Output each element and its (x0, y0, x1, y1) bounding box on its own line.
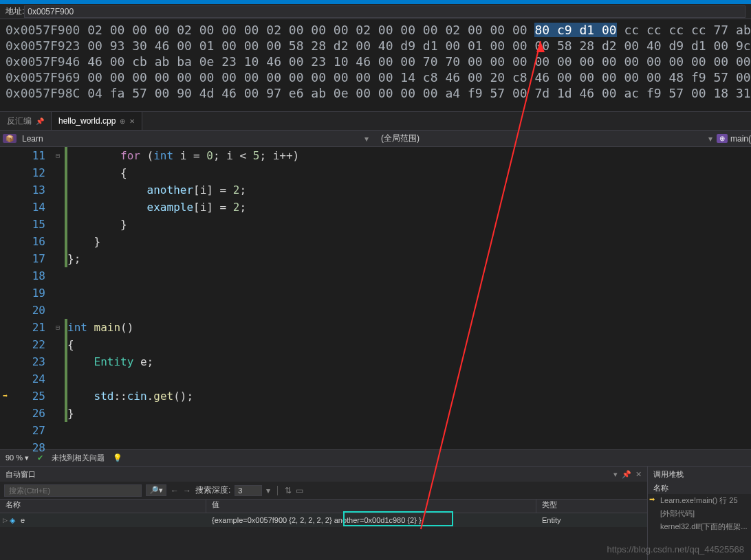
glyph-margin[interactable]: ➡ (0, 147, 17, 449)
expand-icon[interactable]: ▷ (0, 517, 10, 524)
ok-icon: ✔ (37, 453, 43, 462)
search-button[interactable]: 🔎▾ (146, 484, 166, 496)
function-icon: ⊕ (717, 134, 728, 143)
grid-header: 名称 值 类型 (0, 500, 647, 513)
editor-tabs: 反汇编 📌 hello_world.cpp ⊕ ✕ (0, 111, 751, 131)
close-icon[interactable]: ✕ (635, 470, 642, 479)
line-numbers: 111213141516171819202122232425262728 (17, 147, 51, 449)
close-icon[interactable]: ✕ (129, 117, 135, 125)
panel-title: 调用堆栈 (653, 469, 745, 480)
search-input[interactable] (4, 484, 142, 497)
code-content[interactable]: for (int i = 0; i < 5; i++) { another[i]… (67, 147, 751, 449)
var-name: e (21, 516, 206, 524)
chevron-down-icon[interactable]: ▾ (704, 134, 717, 144)
chevron-down-icon[interactable]: ▾ (360, 134, 373, 144)
callstack-row[interactable]: [外部代码] (648, 507, 751, 520)
tab-disassembly[interactable]: 反汇编 📌 (0, 112, 52, 130)
nav-next-icon[interactable]: → (183, 486, 191, 495)
watermark: https://blog.csdn.net/qq_44525568 (607, 544, 745, 555)
panel-header: 调用堆栈 (648, 467, 751, 482)
pin-icon[interactable]: 📌 (622, 470, 631, 479)
var-type: Entity (536, 516, 647, 524)
table-row[interactable]: ▷◈e{example=0x0057f900 {2, 2, 2, 2, 2} a… (0, 513, 647, 527)
depth-input[interactable] (235, 485, 262, 496)
callstack-row[interactable]: ➡Learn.exe!main() 行 25 (648, 494, 751, 507)
pin-icon[interactable]: 📌 (36, 117, 44, 125)
zoom-level[interactable]: 90 % ▾ (6, 453, 29, 462)
col-name[interactable]: 名称 (648, 482, 751, 494)
tool-icon[interactable]: ▭ (296, 486, 303, 495)
panel-header: 自动窗口 ▾ 📌 ✕ (0, 467, 647, 482)
address-input[interactable] (24, 5, 745, 18)
project-selector[interactable]: Learn (19, 134, 360, 144)
dropdown-icon[interactable]: ▾ (613, 470, 618, 479)
scope-bar: 📦 Learn ▾ (全局范围) ▾ ⊕ main( (0, 131, 751, 147)
tab-source-file[interactable]: hello_world.cpp ⊕ ✕ (52, 112, 142, 130)
variable-icon: ◈ (10, 516, 21, 525)
code-editor[interactable]: ➡ 111213141516171819202122232425262728 ⊟… (0, 147, 751, 449)
callstack-row[interactable]: kernel32.dll![下面的框架... (648, 520, 751, 533)
project-icon: 📦 (3, 134, 17, 143)
fold-column[interactable]: ⊟⊟ (51, 147, 65, 449)
col-type[interactable]: 类型 (536, 500, 647, 513)
search-toolbar: 🔎▾ ← → 搜索深度: ▾ ⇅ ▭ (0, 482, 647, 500)
autos-panel: 自动窗口 ▾ 📌 ✕ 🔎▾ ← → 搜索深度: ▾ ⇅ ▭ 名称 值 类型 ▷◈… (0, 467, 648, 560)
scope-selector[interactable]: (全局范围) (381, 133, 420, 144)
pin-icon[interactable]: ⊕ (120, 117, 125, 125)
tool-icon[interactable]: ⇅ (285, 486, 292, 495)
nav-prev-icon[interactable]: ← (171, 486, 179, 495)
col-name[interactable]: 名称 (0, 500, 206, 513)
address-label: 地址: (6, 5, 24, 17)
memory-address-bar: 地址: (0, 4, 751, 19)
memory-view[interactable]: 0x0057F900 02 00 00 00 02 00 00 00 02 00… (0, 19, 751, 111)
col-value[interactable]: 值 (206, 500, 536, 513)
issues-status[interactable]: 未找到相关问题 (52, 453, 105, 463)
current-frame-icon: ➡ (649, 495, 655, 503)
depth-dropdown-icon[interactable]: ▾ (266, 486, 270, 495)
panel-title: 自动窗口 (6, 469, 613, 480)
depth-label: 搜索深度: (195, 484, 230, 496)
lightbulb-icon[interactable]: 💡 (113, 453, 122, 462)
function-selector[interactable]: main( (730, 134, 751, 144)
var-value: {example=0x0057f900 {2, 2, 2, 2, 2} anot… (206, 516, 536, 524)
grid-body: ▷◈e{example=0x0057f900 {2, 2, 2, 2, 2} a… (0, 513, 647, 527)
